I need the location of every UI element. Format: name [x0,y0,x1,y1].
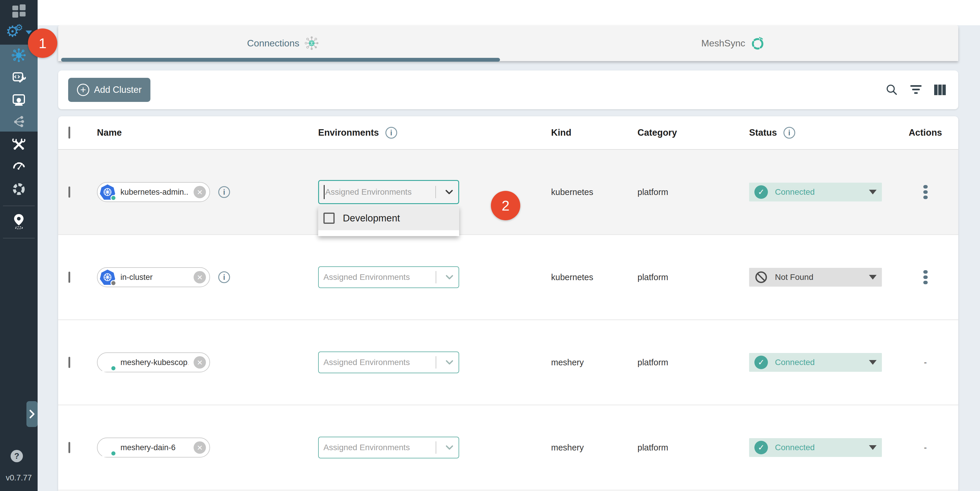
kubernetes-logo-icon [100,270,115,285]
kind-value: meshery [551,443,584,452]
kubernetes-logo-icon [100,184,115,200]
toolkit-wrenches-icon[interactable] [0,137,38,152]
row-checkbox[interactable] [68,357,70,368]
annotation-step-1-badge: 1 [28,29,57,58]
connection-chip[interactable]: meshery-dain-6 × [97,437,210,458]
location-pin-icon[interactable] [0,213,38,230]
sidebar-expand-chevron[interactable] [26,401,38,427]
chevron-down-icon[interactable] [441,444,458,451]
table-row: meshery-kubescop... × Assigned Environme… [58,320,958,405]
row-checkbox[interactable] [68,442,70,453]
caret-down-icon [869,275,877,280]
status-chip-connected[interactable]: ✓ Connected [749,183,882,202]
category-value: platform [638,358,668,367]
kind-value: meshery [551,358,584,367]
status-label: Connected [775,188,869,197]
connections-mesh-icon [304,35,319,51]
remove-connection-icon[interactable]: × [194,271,206,283]
annotation-step-2-badge: 2 [491,191,520,220]
select-all-checkbox[interactable] [68,127,70,138]
column-header-status: Status [749,127,777,138]
help-icon[interactable]: ? [11,450,23,462]
column-header-actions: Actions [908,127,942,138]
environments-select[interactable]: Assigned Environments [318,351,459,373]
environments-select[interactable]: Assigned Environments [318,180,459,204]
remove-connection-icon[interactable]: × [194,442,206,454]
column-header-environments: Environments [318,127,379,138]
plus-circle-icon: + [77,84,89,96]
tab-connections[interactable]: Connections [58,25,508,61]
search-icon[interactable] [884,82,900,98]
environments-placeholder: Assigned Environments [323,443,436,452]
active-tab-indicator [61,58,500,62]
caret-down-icon [869,445,877,450]
sidebar-divider [3,205,35,206]
remove-connection-icon[interactable]: × [194,186,206,198]
avatar-icon [100,440,115,455]
tab-meshsync[interactable]: MeshSync [508,25,958,61]
table-header-row: Name Environments i Kind Category Status… [58,116,958,150]
dashboard-grid-glyph [12,5,25,17]
kind-value: kubernetes [551,188,593,197]
connections-table: Name Environments i Kind Category Status… [58,116,958,491]
option-checkbox[interactable] [323,213,335,224]
connection-status-dot [110,365,116,371]
chevron-down-icon[interactable] [440,189,458,195]
avatar-icon [100,355,115,370]
toolbar: + Add Cluster [58,70,958,109]
category-value: platform [638,443,668,452]
app-version: v0.7.77 [0,474,38,483]
check-circle-icon: ✓ [754,441,768,454]
option-label: Development [343,213,400,224]
main-content: Connections MeshSync [38,0,980,491]
environment-option[interactable]: Development [318,206,459,230]
row-actions-menu-icon[interactable] [921,268,930,287]
chevron-down-icon[interactable] [441,274,458,281]
remove-connection-icon[interactable]: × [194,356,206,369]
category-value: platform [638,273,668,282]
connection-name: meshery-dain-6 [121,443,176,452]
no-actions-dash: - [924,358,927,367]
environments-select[interactable]: Assigned Environments [318,437,459,458]
performance-gauge-icon[interactable] [0,157,38,173]
view-columns-icon[interactable] [932,82,948,98]
status-info-icon[interactable]: i [783,127,795,138]
design-playground-icon[interactable] [0,70,38,85]
row-actions-menu-icon[interactable] [921,183,930,202]
status-chip-connected[interactable]: ✓ Connected [749,438,882,457]
add-cluster-label: Add Cluster [94,84,142,95]
check-circle-icon: ✓ [754,356,768,369]
connection-chip[interactable]: kubernetes-admin... × [97,182,210,202]
caret-down-icon [869,360,877,365]
connection-chip[interactable]: in-cluster × [97,267,210,287]
kind-value: kubernetes [551,273,593,282]
column-header-kind: Kind [551,127,571,138]
text-cursor [324,185,325,199]
environments-info-icon[interactable]: i [385,127,397,138]
dashboard-grid-icon[interactable] [0,3,38,18]
pipeline-branch-icon[interactable] [0,114,38,129]
tab-connections-label: Connections [247,38,299,49]
extensions-helm-icon[interactable] [0,181,38,197]
add-cluster-button[interactable]: + Add Cluster [68,78,150,102]
remote-screen-icon[interactable] [0,92,38,108]
filter-icon[interactable] [908,82,924,98]
row-checkbox[interactable] [68,272,70,283]
meshsync-spinner-icon [750,35,765,51]
connection-info-icon[interactable]: i [218,271,230,283]
connection-chip[interactable]: meshery-kubescop... × [97,353,210,372]
connection-info-icon[interactable]: i [218,186,230,198]
chevron-right-icon [28,409,36,419]
status-chip-connected[interactable]: ✓ Connected [749,353,882,372]
category-value: platform [638,188,668,197]
chevron-down-icon[interactable] [441,359,458,366]
column-header-category: Category [638,127,677,138]
environments-placeholder: Assigned Environments [325,188,435,197]
connection-status-dot [110,195,116,201]
status-label: Connected [775,358,869,367]
status-label: Not Found [775,273,869,282]
row-checkbox[interactable] [68,186,70,198]
environments-select[interactable]: Assigned Environments [318,266,459,288]
status-chip-notfound[interactable]: Not Found [749,268,882,287]
status-label: Connected [775,443,869,452]
